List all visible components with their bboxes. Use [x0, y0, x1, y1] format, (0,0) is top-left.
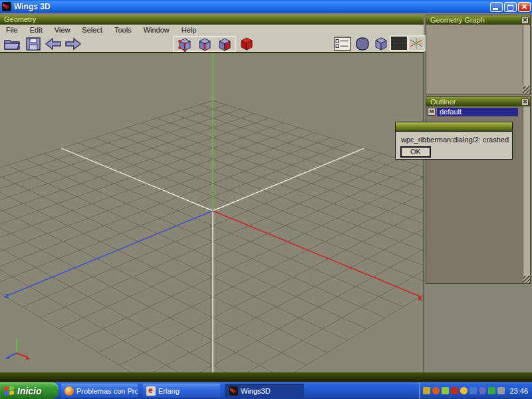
crash-dialog-titlebar[interactable] — [396, 122, 512, 132]
selection-mode-group — [173, 36, 236, 52]
wings3d-app-icon — [2, 2, 11, 11]
taskbar-button-label: Erlang — [158, 387, 180, 395]
body-mode-button[interactable] — [237, 37, 256, 51]
wireframe-view-icon — [372, 37, 390, 51]
window-title: Wings 3D — [14, 2, 51, 11]
flat-shaded-button[interactable] — [372, 37, 390, 51]
scheduler-icon[interactable] — [479, 387, 486, 394]
menu-select[interactable]: Select — [76, 25, 108, 35]
open-button[interactable] — [3, 37, 21, 51]
outliner-item-label[interactable]: default — [437, 108, 518, 116]
start-button[interactable]: Inicio — [0, 382, 59, 399]
update-icon[interactable] — [432, 387, 440, 394]
tray-icons — [423, 387, 507, 394]
taskbar-button-label: Wings3D — [241, 387, 271, 395]
taskbar-button-label: Problemas con Progra... — [76, 387, 138, 395]
undo-button[interactable] — [44, 37, 63, 51]
open-icon — [3, 37, 21, 51]
taskbar-button-wings3d[interactable]: Wings3D — [225, 384, 304, 398]
close-button[interactable]: ✕ — [518, 2, 531, 12]
minimize-icon — [493, 8, 498, 10]
ground-grid — [0, 100, 423, 372]
outliner-title: Outliner — [430, 97, 456, 106]
save-button[interactable] — [24, 37, 43, 51]
minimize-button[interactable] — [490, 2, 503, 12]
redo-arrow-icon — [64, 37, 82, 51]
status-bar — [0, 372, 532, 382]
ground-plane-toggle[interactable] — [390, 35, 408, 51]
geometry-graph-title: Geometry Graph — [430, 15, 485, 25]
messenger-icon[interactable] — [423, 387, 430, 394]
antivirus-icon[interactable] — [442, 387, 449, 394]
smooth-view-icon — [353, 37, 372, 51]
restore-icon — [507, 5, 513, 11]
edge-mode-button[interactable] — [196, 37, 214, 52]
close-icon: ✕ — [519, 3, 530, 11]
save-icon — [24, 37, 43, 51]
wings3d-icon — [229, 386, 238, 396]
outliner-scrollbar[interactable] — [523, 106, 530, 283]
restore-button[interactable] — [504, 2, 517, 12]
body-mode-icon — [237, 37, 256, 51]
geometry-window-titlebar[interactable]: Geometry — [0, 15, 424, 25]
z-axis-label: z — [5, 291, 9, 300]
outliner-item-default[interactable]: M default — [428, 107, 518, 116]
dialog-list-button[interactable] — [333, 37, 352, 51]
vertex-mode-icon — [176, 37, 194, 52]
firefox-icon — [65, 386, 74, 396]
ok-button[interactable]: OK — [400, 146, 431, 158]
menu-file[interactable]: File — [0, 25, 24, 35]
mini-axis-gizmo — [5, 338, 31, 360]
viewport-3d-canvas[interactable]: x z — [0, 53, 423, 372]
network-icon[interactable] — [469, 387, 477, 394]
menu-edit[interactable]: Edit — [24, 25, 49, 35]
geometry-graph-resize-grip[interactable] — [523, 86, 530, 94]
smiley-icon[interactable] — [460, 387, 467, 394]
toolbar — [0, 35, 424, 53]
volume-icon[interactable] — [451, 387, 458, 394]
outliner-resize-grip[interactable] — [523, 276, 530, 283]
geometry-graph-close-icon[interactable]: ✕ — [521, 17, 529, 24]
taskbar-button-firefox[interactable]: Problemas con Progra... — [61, 384, 138, 398]
dialog-list-icon — [333, 37, 352, 51]
crash-dialog-message: wpc_ribberman:dialog/2: crashed — [401, 136, 509, 144]
geometry-graph-scrollbar[interactable] — [523, 25, 530, 94]
x-axis-label: x — [418, 294, 422, 303]
tray-clock[interactable]: 23:46 — [509, 387, 528, 395]
geometry-window-title: Geometry — [4, 15, 36, 23]
vertex-mode-button[interactable] — [176, 37, 194, 52]
system-tray: 23:46 — [419, 382, 532, 399]
menu-tools[interactable]: Tools — [108, 25, 138, 35]
smooth-shaded-button[interactable] — [353, 37, 372, 51]
graphics-icon[interactable] — [488, 387, 495, 394]
window-titlebar[interactable]: Wings 3D ✕ — [0, 0, 532, 13]
show-axes-toggle[interactable] — [408, 35, 426, 51]
taskbar: Inicio Problemas con Progra... Erlang Wi… — [0, 382, 532, 399]
geometry-graph-content[interactable] — [426, 25, 530, 94]
face-mode-button[interactable] — [215, 37, 234, 52]
outliner-close-icon[interactable]: ✕ — [521, 98, 529, 106]
redo-button[interactable] — [64, 37, 82, 51]
viewport[interactable]: x z — [0, 53, 424, 372]
crash-dialog: wpc_ribberman:dialog/2: crashed OK — [395, 122, 513, 160]
undo-arrow-icon — [44, 37, 63, 51]
usb-icon[interactable] — [497, 387, 505, 394]
menu-window[interactable]: Window — [138, 25, 176, 35]
erlang-icon — [146, 386, 156, 396]
menu-help[interactable]: Help — [176, 25, 203, 35]
material-icon: M — [428, 108, 436, 116]
edge-mode-icon — [196, 37, 214, 52]
windows-flag-icon — [4, 386, 14, 396]
geometry-graph-titlebar[interactable]: Geometry Graph ✕ — [426, 15, 530, 25]
axes-toggle-icon — [409, 37, 425, 50]
menubar: File Edit View Select Tools Window Help — [0, 25, 424, 35]
face-mode-icon — [215, 37, 234, 52]
geometry-graph-panel: Geometry Graph ✕ — [426, 15, 531, 94]
menu-view[interactable]: View — [49, 25, 76, 35]
taskbar-button-erlang[interactable]: Erlang — [143, 384, 220, 398]
start-button-label: Inicio — [17, 386, 42, 396]
outliner-titlebar[interactable]: Outliner ✕ — [426, 97, 530, 106]
desktop: Wings 3D ✕ Geometry File Edit View Selec… — [0, 0, 532, 399]
ground-plane-toggle-icon — [391, 37, 407, 50]
